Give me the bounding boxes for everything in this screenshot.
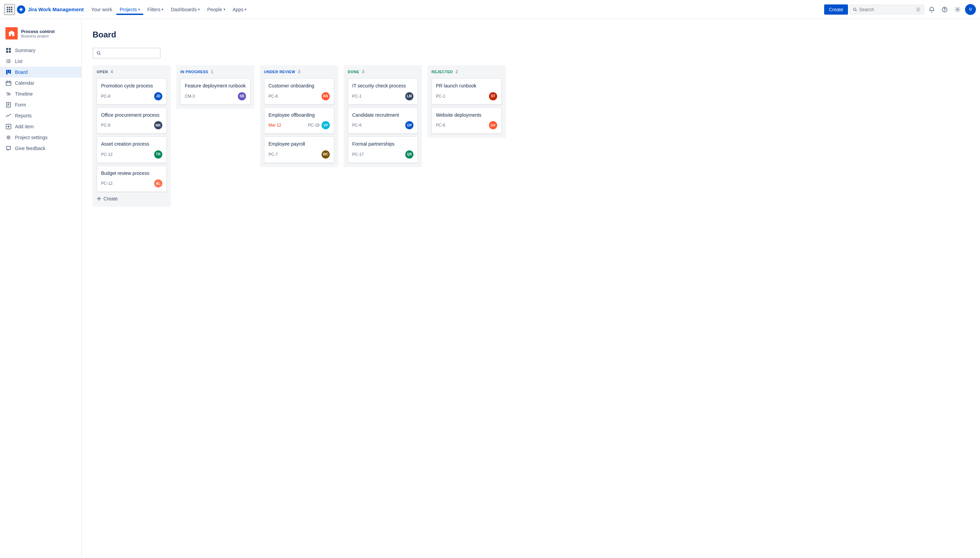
svg-rect-1 (9, 7, 10, 8)
apps-chevron-icon: ▾ (245, 8, 246, 11)
sidebar-item-reports[interactable]: Reports (0, 110, 81, 121)
svg-rect-27 (6, 81, 11, 85)
main-navigation: Your work Projects ▾ Filters ▾ Dashboard… (88, 5, 823, 14)
nav-apps: Apps ▾ (229, 5, 250, 14)
people-chevron-icon: ▾ (223, 8, 225, 11)
board-search-input[interactable] (103, 50, 156, 56)
sidebar-item-list[interactable]: List (0, 56, 81, 67)
sidebar-item-board[interactable]: Board (0, 67, 81, 77)
sidebar-form-label: Form (15, 102, 26, 108)
user-avatar-button[interactable]: U (965, 4, 976, 15)
card-id-c7: PC-18 (308, 123, 320, 128)
card-avatar-c12: ST (489, 92, 497, 100)
card-title-c3: Asset creation process (101, 141, 163, 148)
topnav-right-controls: / U (849, 4, 976, 15)
logo-link[interactable]: Jira Work Management (16, 5, 84, 14)
card-c8[interactable]: Employee payroll PC-7 WC (264, 136, 334, 163)
sidebar-item-add-item[interactable]: Add item (0, 121, 81, 132)
card-id-c5: CM-3 (185, 94, 195, 98)
card-footer-c6: PC-6 RN (269, 92, 330, 100)
sidebar-project-header: Process control Business project (0, 25, 81, 45)
project-type-icon (8, 30, 15, 37)
card-footer-c3: PC-12 TR (101, 150, 163, 159)
svg-line-43 (99, 54, 100, 55)
settings-button[interactable] (952, 4, 963, 15)
sidebar-item-give-feedback[interactable]: Give feedback (0, 143, 81, 154)
sidebar: Process control Business project Summary… (0, 19, 82, 558)
nav-filters-button[interactable]: Filters ▾ (144, 5, 167, 14)
svg-rect-15 (9, 48, 11, 50)
sidebar-item-timeline[interactable]: Timeline (0, 89, 81, 99)
svg-rect-4 (9, 9, 10, 10)
list-icon (5, 59, 11, 64)
card-footer-c8: PC-7 WC (269, 150, 330, 159)
card-c1[interactable]: Promotion cycle process PC-8 JD (97, 78, 167, 105)
card-c9[interactable]: IT security check process PC-1 LM (348, 78, 418, 105)
card-id-c12: PC-1 (436, 94, 445, 98)
card-footer-right-c7: PC-18 VP (308, 121, 330, 129)
grid-menu-icon[interactable] (4, 4, 15, 15)
card-id-c8: PC-7 (269, 152, 277, 157)
nav-projects-button[interactable]: Projects ▾ (117, 5, 144, 14)
search-input[interactable] (859, 7, 914, 12)
card-c2[interactable]: Office procurement process PC-8 MK (97, 108, 167, 134)
card-c7[interactable]: Employee offboarding Mar 12 PC-18 VP (264, 108, 334, 134)
card-avatar-c9: LM (405, 92, 414, 100)
card-c6[interactable]: Customer onboarding PC-6 RN (264, 78, 334, 105)
search-box[interactable]: / (849, 5, 924, 14)
column-create-open[interactable]: Create (97, 195, 167, 203)
card-id-c1: PC-8 (101, 94, 110, 98)
sidebar-item-project-settings[interactable]: Project settings (0, 132, 81, 143)
sidebar-list-label: List (15, 59, 23, 64)
column-header-open: OPEN 4 (97, 69, 167, 74)
projects-chevron-icon: ▾ (138, 8, 140, 11)
card-c3[interactable]: Asset creation process PC-12 TR (97, 136, 167, 163)
card-footer-c4: PC-12 AL (101, 179, 163, 187)
svg-rect-7 (9, 11, 10, 12)
sidebar-give-feedback-label: Give feedback (15, 146, 46, 151)
sidebar-item-calendar[interactable]: Calendar (0, 77, 81, 89)
column-label-open: OPEN (97, 70, 108, 74)
svg-rect-17 (9, 51, 11, 53)
column-header-done: DONE 3 (348, 69, 418, 74)
svg-point-41 (8, 137, 10, 138)
card-title-c8: Employee payroll (269, 141, 330, 148)
sidebar-item-summary[interactable]: Summary (0, 45, 81, 56)
nav-people-button[interactable]: People ▾ (204, 5, 229, 14)
project-icon (5, 27, 18, 39)
card-c5[interactable]: Feature deployment runbook CM-3 SB (181, 78, 250, 105)
svg-rect-14 (6, 48, 8, 50)
svg-rect-5 (11, 9, 12, 10)
svg-point-9 (854, 8, 856, 10)
nav-apps-button[interactable]: Apps ▾ (229, 5, 250, 14)
nav-dashboards-button[interactable]: Dashboards ▾ (167, 5, 203, 14)
svg-point-22 (6, 61, 7, 62)
svg-rect-26 (10, 70, 11, 74)
card-avatar-c4: AL (154, 179, 163, 187)
card-footer-c5: CM-3 SB (185, 92, 246, 100)
nav-filters: Filters ▾ (144, 5, 167, 14)
card-footer-c11: PC-17 QR (352, 150, 414, 159)
main-content: Board OPEN 4 Promotion cycle process (82, 19, 980, 558)
timeline-icon (5, 91, 11, 97)
help-button[interactable] (939, 4, 950, 15)
sidebar-item-form[interactable]: Form (0, 99, 81, 110)
card-c4[interactable]: Budget review process PC-12 AL (97, 166, 167, 192)
card-title-c7: Employee offboarding (269, 112, 330, 119)
board-columns: OPEN 4 Promotion cycle process PC-8 JD O… (92, 65, 969, 207)
svg-point-42 (97, 51, 100, 54)
create-button[interactable]: Create (824, 5, 848, 15)
column-label-done: DONE (348, 70, 359, 74)
card-title-c13: Website deployments (436, 112, 497, 119)
card-id-c9: PC-1 (352, 94, 361, 98)
card-id-c10: PC-6 (352, 123, 361, 128)
card-c10[interactable]: Candidate recruitment PC-6 OP (348, 108, 418, 134)
notifications-button[interactable] (926, 4, 937, 15)
card-c12[interactable]: PR launch runbook PC-1 ST (432, 78, 502, 105)
card-c11[interactable]: Formal partnerships PC-17 QR (348, 136, 418, 163)
add-item-icon (5, 124, 11, 129)
card-c13[interactable]: Website deployments PC-6 UV (432, 108, 502, 134)
nav-your-work-button[interactable]: Your work (88, 5, 116, 14)
app-layout: Process control Business project Summary… (0, 19, 980, 558)
board-search-box[interactable] (92, 48, 161, 59)
